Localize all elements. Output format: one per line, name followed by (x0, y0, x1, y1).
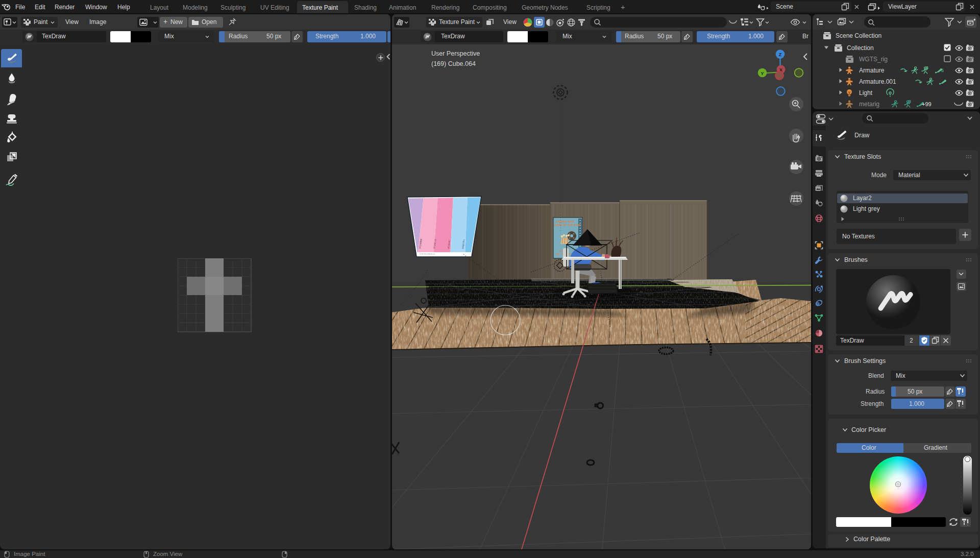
svg-text:CINEMA WAS: CINEMA WAS (556, 220, 574, 223)
svg-text:BORN AT THE FAIR: BORN AT THE FAIR (554, 224, 581, 227)
svg-text:DYE HOUNDS-4c: DYE HOUNDS-4c (420, 253, 435, 255)
svg-text:Y: Y (761, 70, 764, 76)
svg-text:Z: Z (779, 52, 782, 57)
svg-text:User Perspective: User Perspective (431, 50, 480, 57)
svg-text:(169) Cube.064: (169) Cube.064 (431, 60, 476, 67)
